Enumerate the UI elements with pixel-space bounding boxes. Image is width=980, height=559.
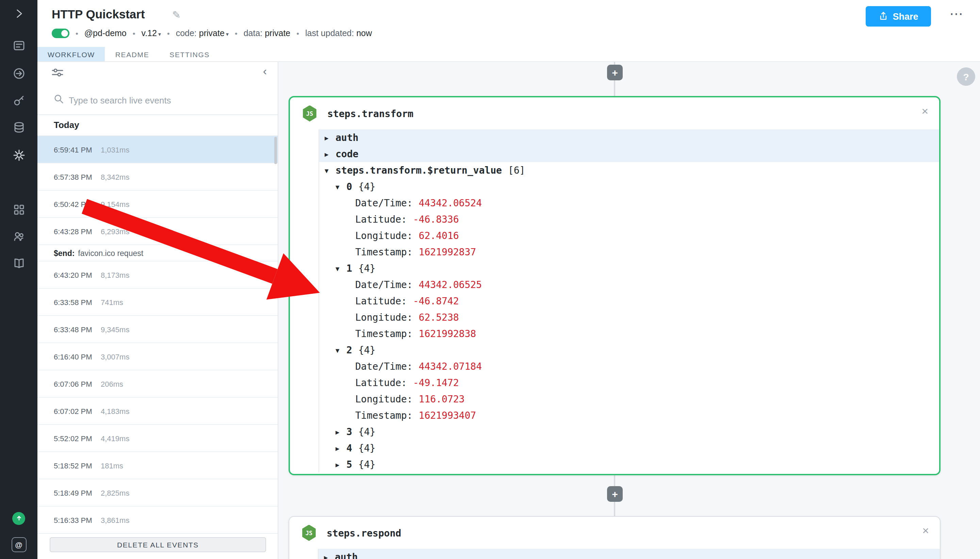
event-time: 6:59:41 PM: [54, 146, 101, 154]
event-row[interactable]: 6:33:58 PM 741ms: [38, 289, 278, 316]
close-icon[interactable]: ×: [922, 524, 929, 538]
collapse-icon[interactable]: ▼: [325, 167, 335, 174]
edit-title-icon[interactable]: ✎: [172, 9, 181, 21]
end-marker-prefix: $end:: [54, 249, 74, 257]
field-row: Date/Time: 44342.06525: [319, 276, 939, 293]
event-time: 6:57:38 PM: [54, 173, 101, 181]
more-menu-icon[interactable]: ⋯: [949, 5, 964, 22]
expand-icon[interactable]: ▶: [335, 444, 346, 452]
workflows-icon[interactable]: [0, 65, 38, 82]
step-header[interactable]: JS steps.transform ×: [290, 98, 939, 129]
deploy-toggle[interactable]: [52, 28, 69, 38]
event-row[interactable]: 6:07:06 PM 206ms: [38, 370, 278, 398]
scrollbar-thumb[interactable]: [274, 137, 277, 164]
events-group-label: Today: [54, 114, 79, 136]
section-auth[interactable]: ▶ auth: [318, 549, 940, 559]
account-avatar[interactable]: @: [0, 536, 38, 553]
array-item-row[interactable]: ▶ 5 {4}: [319, 456, 939, 473]
event-sources-icon[interactable]: [0, 38, 38, 54]
add-step-button[interactable]: +: [607, 486, 623, 502]
filter-sliders-icon[interactable]: [52, 68, 63, 81]
add-step-button[interactable]: +: [607, 64, 623, 80]
field-key: Timestamp:: [355, 246, 413, 257]
tab-readme[interactable]: README: [105, 47, 159, 61]
tab-bar: WORKFLOW README SETTINGS: [38, 47, 220, 61]
section-auth[interactable]: ▶ auth: [319, 129, 939, 146]
event-row[interactable]: 6:07:02 PM 4,183ms: [38, 398, 278, 425]
search-input[interactable]: [68, 92, 261, 108]
event-row[interactable]: 6:33:48 PM 9,345ms: [38, 316, 278, 343]
help-button[interactable]: ?: [957, 68, 975, 86]
event-time: 5:16:33 PM: [54, 516, 101, 524]
collapse-panel-icon[interactable]: ‹: [263, 64, 267, 78]
account-link[interactable]: @pd-demo: [84, 28, 127, 38]
collapse-icon[interactable]: ▼: [335, 265, 346, 272]
status-up-icon[interactable]: [0, 510, 38, 526]
expand-icon[interactable]: ▶: [335, 461, 346, 468]
settings-gear-icon[interactable]: [0, 147, 38, 164]
community-icon[interactable]: [0, 228, 38, 245]
field-row: Timestamp: 1621992838: [319, 326, 939, 342]
event-row[interactable]: 6:57:38 PM 8,342ms: [38, 164, 278, 191]
event-row[interactable]: 6:16:40 PM 3,007ms: [38, 343, 278, 370]
app-window: @ HTTP Quickstart ✎ Share ⋯ • @pd-demo •…: [0, 0, 980, 559]
event-row[interactable]: 6:50:42 PM 9,154ms: [38, 191, 278, 218]
field-value: 62.5238: [419, 312, 459, 323]
expand-icon[interactable]: ▶: [325, 150, 335, 158]
array-item-row[interactable]: ▶ 4 {4}: [319, 440, 939, 456]
field-value: 62.4016: [419, 230, 459, 241]
event-row[interactable]: 5:18:52 PM 181ms: [38, 452, 278, 480]
data-stores-icon[interactable]: [0, 119, 38, 136]
events-toolbar: ‹: [38, 62, 278, 85]
expand-icon[interactable]: ▶: [325, 134, 335, 141]
array-item-row[interactable]: ▼ 0 {4}: [319, 179, 939, 195]
field-value: -46.8336: [413, 214, 459, 225]
field-key: Latitude:: [355, 296, 407, 306]
event-row[interactable]: 5:18:49 PM 2,825ms: [38, 480, 278, 506]
event-row[interactable]: 5:52:02 PM 4,419ms: [38, 425, 278, 452]
connected-accounts-icon[interactable]: [0, 93, 38, 109]
field-key: Longitude:: [355, 394, 413, 404]
left-icon-rail: @: [0, 0, 38, 559]
share-button[interactable]: Share: [866, 6, 931, 26]
at-icon: @: [11, 537, 26, 552]
delete-all-events-button[interactable]: DELETE ALL EVENTS: [49, 537, 266, 552]
collapse-icon[interactable]: ▼: [335, 183, 346, 190]
event-row[interactable]: 6:43:20 PM 8,173ms: [38, 261, 278, 289]
step-card-transform[interactable]: JS steps.transform × ▶ auth ▶ code: [289, 96, 940, 475]
tab-workflow[interactable]: WORKFLOW: [38, 47, 105, 61]
return-value-row[interactable]: ▼ steps.transform.$return_value [6]: [319, 162, 939, 179]
array-item-row[interactable]: ▶ 3 {4}: [319, 423, 939, 440]
event-time: 6:50:42 PM: [54, 200, 101, 208]
event-time: 5:18:49 PM: [54, 488, 101, 497]
expand-icon[interactable]: ▶: [324, 553, 335, 559]
field-value: 1621992838: [419, 328, 477, 339]
bullet-separator: •: [296, 29, 299, 38]
expand-icon[interactable]: ▶: [335, 428, 346, 435]
collapse-icon[interactable]: ▼: [335, 346, 346, 354]
header: HTTP Quickstart ✎ Share ⋯ • @pd-demo • v…: [38, 0, 980, 62]
code-visibility-dropdown[interactable]: code: private▾: [176, 28, 229, 38]
field-value: 1621993407: [419, 410, 477, 421]
event-row[interactable]: 5:16:33 PM 3,861ms: [38, 506, 278, 534]
close-icon[interactable]: ×: [921, 105, 928, 119]
event-row[interactable]: 6:59:41 PM 1,031ms: [38, 136, 278, 164]
docs-book-icon[interactable]: [0, 255, 38, 272]
array-item-row[interactable]: ▼ 2 {4}: [319, 342, 939, 358]
chevron-down-icon: ▾: [226, 31, 229, 38]
field-value: 116.0723: [419, 394, 465, 404]
field-key: Longitude:: [355, 312, 413, 323]
section-code[interactable]: ▶ code: [319, 146, 939, 162]
event-row[interactable]: 6:43:28 PM 6,293ms: [38, 218, 278, 245]
field-value: 44342.06524: [419, 197, 482, 208]
step-header[interactable]: JS steps.respond ×: [289, 517, 940, 549]
tab-settings[interactable]: SETTINGS: [159, 47, 220, 61]
array-item-row[interactable]: ▼ 1 {4}: [319, 260, 939, 276]
end-marker-text: favicon.ico request: [78, 249, 143, 257]
field-key: Timestamp:: [355, 328, 413, 339]
item-size-badge: {4}: [358, 181, 376, 192]
expand-rail-icon[interactable]: [0, 5, 38, 22]
apps-grid-icon[interactable]: [0, 202, 38, 218]
version-dropdown[interactable]: v.12▾: [142, 28, 161, 38]
step-card-respond[interactable]: JS steps.respond × ▶ auth: [289, 516, 940, 559]
